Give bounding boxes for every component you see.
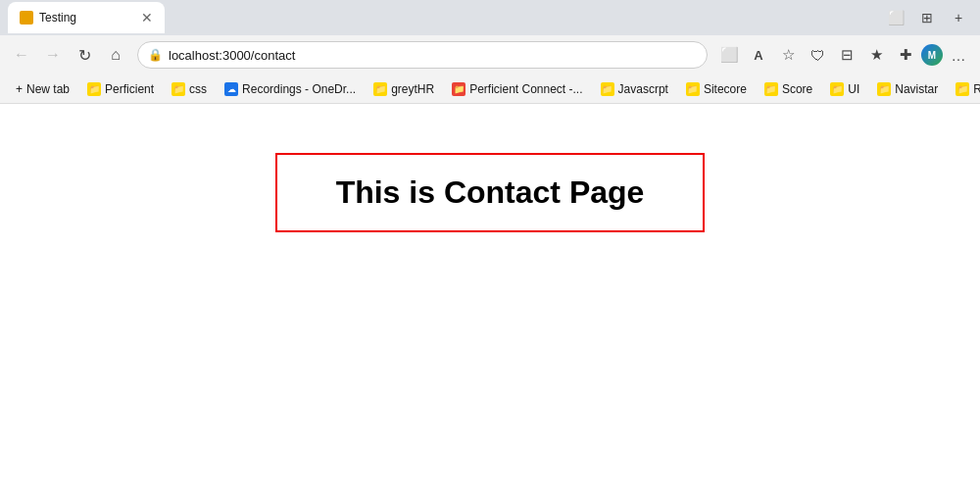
- bookmark-new-tab-label: New tab: [26, 82, 70, 96]
- bookmark-folder-icon: 📁: [877, 82, 891, 96]
- new-tab-icon: +: [16, 82, 23, 96]
- tab-favicon: [20, 11, 33, 25]
- bookmark-greythr[interactable]: 📁 greytHR: [366, 80, 442, 98]
- nav-right-buttons: ⬜ A ☆ 🛡 ⊟ ★ ✚ M …: [715, 41, 972, 69]
- bookmark-sitecore-label: Sitecore: [704, 82, 747, 96]
- bookmark-react-testing[interactable]: 📁 React Testing: [948, 80, 980, 98]
- tab-search-button[interactable]: ⬜: [882, 4, 909, 31]
- profile-icon[interactable]: M: [921, 44, 943, 66]
- tab-close-button[interactable]: ✕: [141, 10, 153, 25]
- collections-button[interactable]: ✚: [892, 41, 919, 69]
- bookmark-ui[interactable]: 📁 UI: [822, 80, 867, 98]
- home-button[interactable]: ⌂: [102, 41, 129, 69]
- split-screen-button[interactable]: ⊟: [833, 41, 860, 69]
- back-button[interactable]: ←: [8, 41, 35, 69]
- forward-button[interactable]: →: [39, 41, 67, 69]
- bookmarks-bar: + New tab 📁 Perficient 📁 css ☁ Recording…: [0, 74, 980, 104]
- new-tab-button[interactable]: +: [945, 4, 972, 31]
- bookmark-icon: 📁: [452, 82, 466, 96]
- reading-mode-button[interactable]: A: [745, 41, 772, 69]
- bookmark-cloud-icon: ☁: [224, 82, 238, 96]
- bookmark-folder-icon: 📁: [956, 82, 969, 96]
- bookmark-navistar[interactable]: 📁 Navistar: [869, 80, 946, 98]
- bookmark-recordings-label: Recordings - OneDr...: [242, 82, 356, 96]
- more-menu-button[interactable]: …: [945, 41, 972, 69]
- bookmark-javascript[interactable]: 📁 Javascrpt: [593, 80, 676, 98]
- bookmark-score-label: Score: [782, 82, 812, 96]
- bookmark-react-testing-label: React Testing: [973, 82, 980, 96]
- bookmark-folder-icon: 📁: [87, 82, 101, 96]
- contact-box: This is Contact Page: [275, 153, 706, 232]
- tab-performance-button[interactable]: ⊞: [913, 4, 941, 31]
- bookmark-perficient[interactable]: 📁 Perficient: [79, 80, 162, 98]
- contact-heading: This is Contact Page: [336, 174, 645, 211]
- lock-icon: 🔒: [148, 48, 163, 62]
- tab-title: Testing: [39, 11, 76, 25]
- bookmark-new-tab[interactable]: + New tab: [8, 80, 77, 98]
- bookmark-folder-icon: 📁: [686, 82, 700, 96]
- bookmark-css-label: css: [189, 82, 207, 96]
- performance-icon-button[interactable]: ⬜: [715, 41, 743, 69]
- bookmark-folder-icon: 📁: [830, 82, 844, 96]
- bookmark-ui-label: UI: [848, 82, 859, 96]
- bookmark-folder-icon: 📁: [373, 82, 387, 96]
- bookmark-folder-icon: 📁: [172, 82, 185, 96]
- bookmark-css[interactable]: 📁 css: [164, 80, 215, 98]
- favorites-star-button[interactable]: ☆: [774, 41, 802, 69]
- address-bar[interactable]: 🔒 localhost:3000/contact: [137, 41, 708, 69]
- add-favorites-button[interactable]: ★: [862, 41, 890, 69]
- tab-bar: Testing ✕ ⬜ ⊞ +: [0, 0, 980, 35]
- url-text: localhost:3000/contact: [169, 48, 697, 63]
- bookmark-perficient-connect-label: Perficient Connect -...: [469, 82, 582, 96]
- bookmark-score[interactable]: 📁 Score: [757, 80, 820, 98]
- bookmark-navistar-label: Navistar: [895, 82, 938, 96]
- refresh-button[interactable]: ↻: [71, 41, 98, 69]
- bookmark-greythr-label: greytHR: [391, 82, 434, 96]
- page-content: This is Contact Page: [0, 104, 980, 496]
- bookmark-perficient-connect[interactable]: 📁 Perficient Connect -...: [444, 80, 590, 98]
- bookmark-javascript-label: Javascrpt: [618, 82, 668, 96]
- active-tab[interactable]: Testing ✕: [8, 2, 165, 33]
- bookmark-folder-icon: 📁: [764, 82, 778, 96]
- bookmark-sitecore[interactable]: 📁 Sitecore: [678, 80, 755, 98]
- bookmark-recordings[interactable]: ☁ Recordings - OneDr...: [217, 80, 364, 98]
- browser-essentials-button[interactable]: 🛡: [804, 41, 831, 69]
- nav-bar: ← → ↻ ⌂ 🔒 localhost:3000/contact ⬜ A ☆ 🛡…: [0, 35, 980, 74]
- browser-frame: Testing ✕ ⬜ ⊞ + ← → ↻ ⌂ 🔒 localhost:3000…: [0, 0, 980, 496]
- bookmark-perficient-label: Perficient: [105, 82, 154, 96]
- bookmark-folder-icon: 📁: [601, 82, 614, 96]
